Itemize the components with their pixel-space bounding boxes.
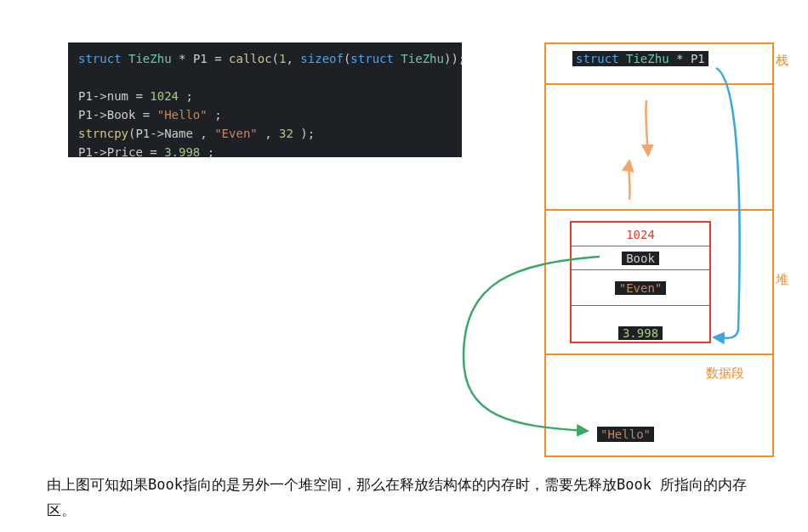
code-block: struct TieZhu * P1 = calloc(1, sizeof(st… bbox=[68, 42, 462, 157]
struct-field-name: "Even" bbox=[572, 270, 709, 306]
label-data: 数据段 bbox=[706, 365, 744, 382]
struct-field-num: 1024 bbox=[572, 223, 709, 246]
struct-field-price: 3.998 bbox=[572, 306, 709, 343]
label-stack: 栈 bbox=[776, 53, 788, 69]
caption-text: 由上图可知如果Book指向的是另外一个堆空间，那么在释放结构体的内存时，需要先释… bbox=[47, 472, 770, 523]
memory-gap-box bbox=[544, 85, 774, 211]
label-heap: 堆 bbox=[776, 272, 788, 288]
data-literal-hello: "Hello" bbox=[597, 427, 654, 442]
struct-instance: 1024 Book "Even" 3.998 bbox=[570, 221, 711, 343]
struct-field-book: Book bbox=[572, 246, 709, 270]
stack-pointer-decl: struct TieZhu * P1 bbox=[572, 51, 708, 66]
